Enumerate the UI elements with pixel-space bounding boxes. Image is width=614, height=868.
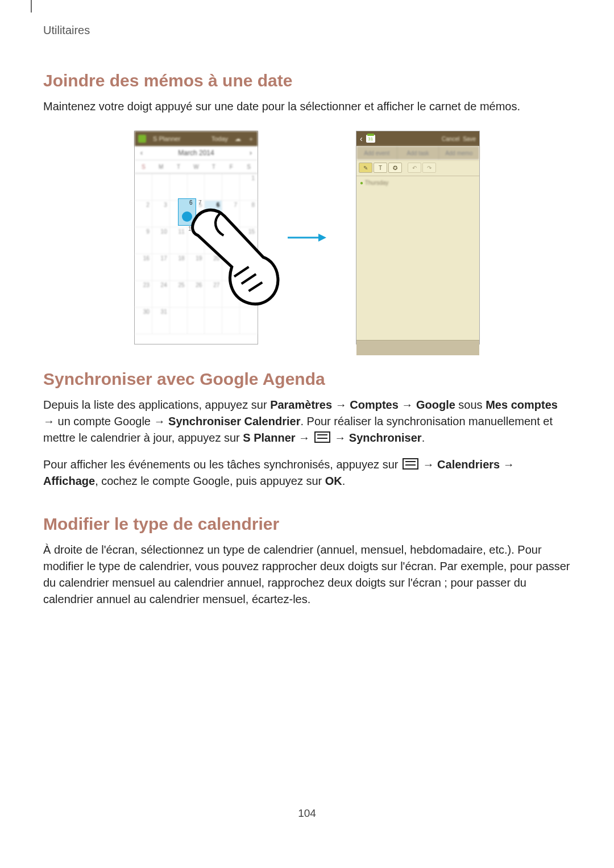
section-sync: Synchroniser avec Google Agenda Depuis l…	[43, 369, 571, 489]
heading-view-type: Modifier le type de calendrier	[43, 514, 571, 534]
calendar-day-icon	[366, 135, 375, 143]
memo-screenshot: ‹ Cancel Save Add event Add task Add mem…	[356, 131, 480, 344]
day-7: 7	[198, 200, 202, 206]
tab-add-task: Add task	[397, 146, 438, 160]
save-label: Save	[463, 136, 476, 142]
app-icon	[138, 135, 146, 143]
memo-toolbar: ✎ T ✪ ↶ ↷	[356, 160, 479, 176]
tab-add-event: Add event	[356, 146, 397, 160]
app-title: S Planner	[153, 135, 180, 142]
illustration-row: S Planner Today ☁ ＋ ‹ March 2014 › SMTWT…	[43, 131, 571, 344]
day-6: 6	[189, 200, 193, 206]
shape-tool-icon: ✪	[388, 163, 402, 173]
pen-icon: ✎	[359, 163, 372, 173]
memo-tabs: Add event Add task Add memo	[356, 146, 479, 160]
heading-memos: Joindre des mémos à une date	[43, 71, 571, 90]
day-13: 13	[188, 226, 194, 232]
menu-icon	[314, 431, 330, 443]
back-icon: ‹	[360, 134, 363, 143]
manual-page: Utilitaires Joindre des mémos à une date…	[0, 0, 614, 836]
section-view-type: Modifier le type de calendrier À droite …	[43, 514, 571, 608]
cancel-label: Cancel	[442, 136, 459, 142]
section-memos: Joindre des mémos à une date Maintenez v…	[43, 71, 571, 344]
plus-icon: ＋	[248, 135, 254, 143]
cloud-icon: ☁	[235, 135, 241, 143]
month-row: ‹ March 2014 ›	[135, 146, 258, 160]
memo-canvas: ● Thursday	[356, 176, 479, 340]
memo-day-hint: Thursday	[365, 180, 389, 186]
app-header: S Planner Today ☁ ＋	[135, 131, 258, 146]
heading-sync: Synchroniser avec Google Agenda	[43, 369, 571, 389]
paragraph-view-type: À droite de l'écran, sélectionnez un typ…	[43, 542, 571, 608]
paragraph-sync-2: Pour afficher les événements ou les tâch…	[43, 456, 571, 489]
menu-icon	[403, 458, 418, 470]
selected-day-cell	[178, 198, 196, 226]
page-number: 104	[0, 807, 614, 820]
month-label: March 2014	[178, 149, 214, 157]
calendar-grid: 1 2345678 9101112131415 16171819202122 2…	[135, 173, 258, 334]
calendar-screenshot: S Planner Today ☁ ＋ ‹ March 2014 › SMTWT…	[134, 131, 258, 344]
header-rule	[31, 0, 32, 13]
section-label: Utilitaires	[43, 24, 571, 37]
redo-icon: ↷	[422, 163, 436, 173]
undo-icon: ↶	[408, 163, 421, 173]
svg-marker-1	[318, 234, 326, 242]
memo-footer	[356, 340, 479, 355]
memo-header: ‹ Cancel Save	[356, 131, 479, 146]
today-label: Today	[211, 135, 228, 142]
paragraph-memos: Maintenez votre doigt appuyé sur une dat…	[43, 98, 571, 115]
arrow-icon	[287, 232, 327, 243]
highlight-overlay: 6 7 13	[178, 198, 213, 252]
paragraph-sync-1: Depuis la liste des applications, appuye…	[43, 397, 571, 446]
text-tool-icon: T	[374, 163, 387, 173]
tab-add-memo: Add memo	[439, 146, 479, 160]
